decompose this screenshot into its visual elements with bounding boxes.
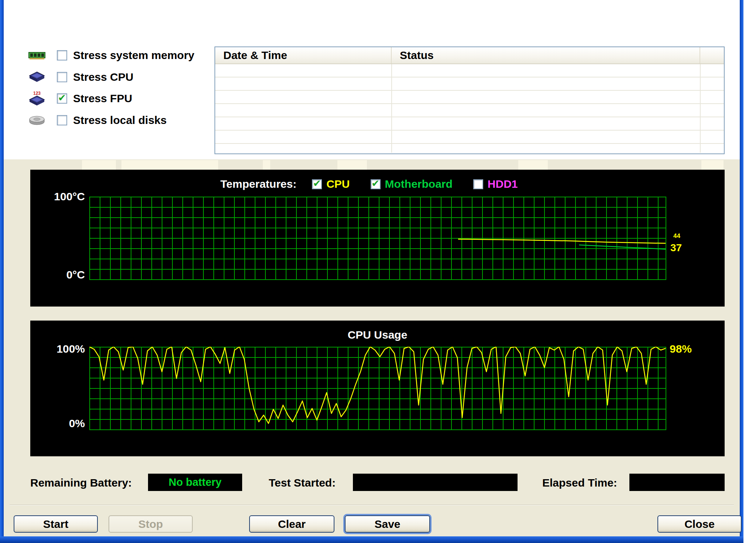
stress-option-disks: ✔ Stress local disks — [28, 113, 166, 128]
remaining-battery-value: No battery — [148, 474, 242, 491]
save-button[interactable]: Save — [345, 515, 430, 533]
cpu-legend-label: CPU — [326, 178, 350, 190]
stability-test-window: ✔ Stress system memory ✔ Stress CPU 123 … — [0, 0, 756, 543]
memory-icon — [28, 49, 46, 61]
table-gridline — [391, 64, 392, 153]
column-header-date-time[interactable]: Date & Time — [215, 47, 392, 63]
cpu-temp-checkbox[interactable]: ✔ — [312, 179, 322, 189]
test-started-label: Test Started: — [269, 477, 336, 489]
column-header-stub — [700, 47, 724, 63]
hdd1-legend-label: HDD1 — [488, 178, 518, 190]
cpu-axis-max-label: 100% — [44, 343, 85, 355]
start-button[interactable]: Start — [14, 515, 98, 533]
button-area-separator — [10, 505, 734, 505]
svg-text:123: 123 — [33, 91, 41, 96]
stress-fpu-label: Stress FPU — [73, 92, 132, 105]
stress-memory-checkbox[interactable]: ✔ — [57, 50, 67, 60]
stress-disks-label: Stress local disks — [73, 114, 166, 127]
check-icon: ✔ — [371, 179, 379, 188]
column-header-status[interactable]: Status — [392, 47, 700, 63]
elapsed-time-label: Elapsed Time: — [542, 477, 617, 489]
cpu-usage-title: CPU Usage — [30, 329, 725, 341]
check-icon: ✔ — [313, 179, 321, 188]
legend-item-hdd1: ✔ HDD1 — [473, 178, 518, 190]
log-table: Date & Time Status — [214, 46, 725, 154]
stress-cpu-checkbox[interactable]: ✔ — [57, 72, 67, 82]
cpu-axis-min-label: 0% — [44, 417, 85, 430]
cpu-usage-chart — [89, 347, 666, 430]
stress-option-memory: ✔ Stress system memory — [28, 48, 195, 63]
motherboard-legend-label: Motherboard — [385, 178, 453, 190]
log-table-body — [215, 64, 724, 153]
cpu-usage-current-value: 98% — [670, 343, 692, 355]
legend-item-cpu: ✔ CPU — [312, 178, 350, 190]
disk-icon — [28, 115, 46, 126]
window-border-right — [740, 0, 743, 543]
temp-axis-max-label: 100°C — [44, 190, 85, 203]
temperatures-label: Temperatures: — [220, 178, 296, 190]
check-icon: ✔ — [58, 93, 66, 103]
stress-fpu-checkbox[interactable]: ✔ — [57, 93, 67, 104]
cpu-temp-current-value: 44 — [673, 232, 680, 240]
stop-button[interactable]: Stop — [109, 515, 193, 533]
motherboard-temp-current-value: 37 — [670, 242, 682, 254]
test-started-value — [353, 474, 518, 491]
temp-axis-min-label: 0°C — [44, 269, 85, 281]
stress-option-cpu: ✔ Stress CPU — [28, 69, 133, 85]
window-border-bottom — [0, 536, 743, 543]
window-border-left — [0, 0, 4, 543]
log-table-header: Date & Time Status — [215, 47, 724, 64]
stress-disks-checkbox[interactable]: ✔ — [57, 115, 67, 125]
temperature-lines — [89, 197, 666, 280]
clear-button[interactable]: Clear — [249, 515, 334, 533]
cpu-usage-panel: CPU Usage 100% 0% 98% — [30, 321, 725, 456]
motherboard-temp-checkbox[interactable]: ✔ — [371, 179, 381, 189]
stress-option-fpu: 123 ✔ Stress FPU — [28, 91, 132, 106]
temperature-legend: Temperatures: ✔ CPU ✔ Motherboard ✔ HDD1 — [220, 177, 539, 191]
hdd1-temp-checkbox[interactable]: ✔ — [473, 179, 483, 189]
temperature-chart — [89, 197, 666, 280]
table-gridline — [700, 64, 701, 153]
close-button[interactable]: Close — [657, 515, 742, 533]
stress-memory-label: Stress system memory — [73, 49, 195, 62]
elapsed-time-value — [629, 474, 725, 491]
stress-cpu-label: Stress CPU — [73, 71, 133, 83]
legend-item-motherboard: ✔ Motherboard — [371, 178, 453, 190]
cpu-usage-line — [89, 347, 666, 430]
fpu-icon: 123 — [28, 91, 46, 106]
cpu-icon — [28, 71, 46, 83]
remaining-battery-label: Remaining Battery: — [30, 477, 132, 489]
temperature-panel: Temperatures: ✔ CPU ✔ Motherboard ✔ HDD1… — [30, 170, 725, 307]
